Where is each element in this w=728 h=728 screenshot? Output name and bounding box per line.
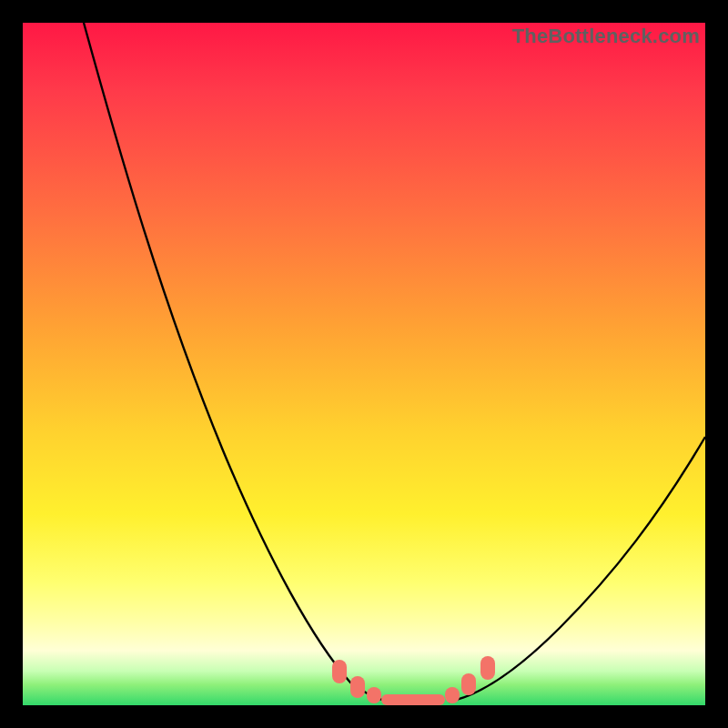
svg-rect-3 xyxy=(381,694,445,705)
svg-rect-5 xyxy=(461,673,476,695)
svg-rect-4 xyxy=(445,687,460,703)
svg-rect-2 xyxy=(367,687,381,703)
svg-rect-0 xyxy=(332,660,347,683)
trough-markers xyxy=(332,656,495,705)
plot-area: TheBottleneck.com xyxy=(23,23,705,705)
curve-layer xyxy=(23,23,705,705)
svg-rect-1 xyxy=(350,676,365,698)
svg-rect-6 xyxy=(480,656,495,680)
chart-frame: TheBottleneck.com xyxy=(0,0,728,728)
left-curve xyxy=(84,23,391,702)
